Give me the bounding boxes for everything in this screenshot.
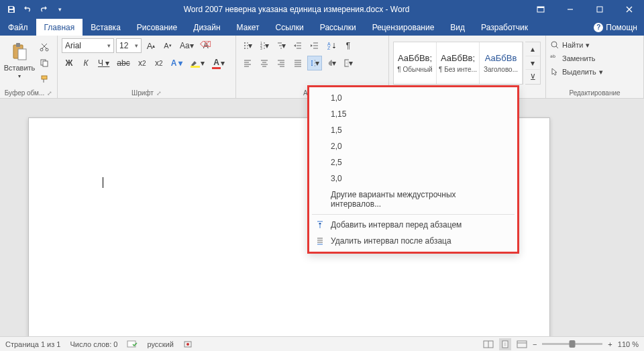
styles-scroll-up-icon[interactable]: ▴ xyxy=(525,42,540,56)
svg-text:3: 3 xyxy=(260,46,262,50)
line-spacing-1-0[interactable]: 1,0 xyxy=(309,90,517,106)
align-right-icon[interactable] xyxy=(274,56,288,70)
view-print-icon[interactable] xyxy=(499,338,511,350)
view-web-icon[interactable] xyxy=(517,340,527,349)
help-tell-me[interactable]: ? Помощн xyxy=(594,19,644,36)
select-button[interactable]: Выделить ▾ xyxy=(550,65,639,79)
tab-layout[interactable]: Макет xyxy=(229,19,268,36)
clipboard-launcher-icon[interactable]: ⤢ xyxy=(47,90,52,97)
close-icon[interactable] xyxy=(614,0,644,19)
multilevel-list-icon[interactable]: ▾ xyxy=(274,38,288,53)
tab-draw[interactable]: Рисование xyxy=(129,19,185,36)
add-space-before[interactable]: Добавить интервал перед абзацем xyxy=(309,217,517,233)
tab-view[interactable]: Вид xyxy=(442,19,473,36)
remove-space-after[interactable]: Удалить интервал после абзаца xyxy=(309,233,517,249)
superscript-icon[interactable]: x2 xyxy=(152,56,166,70)
svg-text:Z: Z xyxy=(327,46,331,50)
zoom-slider[interactable] xyxy=(542,343,602,345)
tab-insert[interactable]: Вставка xyxy=(83,19,129,36)
line-spacing-2-0[interactable]: 2,0 xyxy=(309,138,517,154)
underline-icon[interactable]: Ч ▾ xyxy=(95,56,112,70)
svg-rect-5 xyxy=(18,49,26,60)
status-page[interactable]: Страница 1 из 1 xyxy=(5,340,60,348)
zoom-in-icon[interactable]: + xyxy=(608,340,612,348)
style-heading[interactable]: АаБбВв Заголово... xyxy=(480,42,523,84)
line-spacing-more[interactable]: Другие варианты междустрочных интервалов… xyxy=(309,187,517,212)
italic-icon[interactable]: К xyxy=(78,56,93,70)
line-spacing-1-15[interactable]: 1,15 xyxy=(309,106,517,122)
paste-button[interactable]: Вставить ▾ xyxy=(4,38,35,83)
increase-indent-icon[interactable] xyxy=(307,38,322,53)
tab-home[interactable]: Главная xyxy=(36,19,83,36)
find-button[interactable]: Найти ▾ xyxy=(550,38,639,52)
qat-dropdown-icon[interactable]: ▾ xyxy=(52,2,67,17)
numbering-icon[interactable]: 123▾ xyxy=(257,38,272,53)
styles-gallery[interactable]: АаБбВв; ¶ Обычный АаБбВв; ¶ Без инте... … xyxy=(393,42,523,85)
clear-formatting-icon[interactable]: A⌫ xyxy=(199,38,213,53)
cut-icon[interactable] xyxy=(37,40,52,54)
help-label: Помощн xyxy=(606,23,637,32)
status-word-count[interactable]: Число слов: 0 xyxy=(70,340,117,348)
decrease-indent-icon[interactable] xyxy=(290,38,305,53)
zoom-level[interactable]: 110 % xyxy=(618,340,639,348)
format-painter-icon[interactable] xyxy=(37,72,52,87)
sort-icon[interactable]: AZ xyxy=(324,38,339,53)
align-center-icon[interactable] xyxy=(257,56,272,70)
show-marks-icon[interactable]: ¶ xyxy=(341,38,356,53)
style-normal[interactable]: АаБбВв; ¶ Обычный xyxy=(394,42,437,84)
svg-point-13 xyxy=(244,45,246,46)
shrink-font-icon[interactable]: A▾ xyxy=(160,38,175,53)
change-case-icon[interactable]: Aa▾ xyxy=(177,38,197,53)
redo-icon[interactable] xyxy=(36,2,51,17)
svg-rect-11 xyxy=(191,66,200,68)
tab-references[interactable]: Ссылки xyxy=(268,19,312,36)
font-color-icon[interactable]: A ▾ xyxy=(209,56,227,70)
justify-icon[interactable] xyxy=(290,56,305,70)
font-launcher-icon[interactable]: ⤢ xyxy=(156,90,162,97)
styles-more-icon[interactable]: ⊻ xyxy=(525,70,540,84)
subscript-icon[interactable]: x2 xyxy=(135,56,150,70)
replace-button[interactable]: ᵃᵇЗаменить xyxy=(550,52,639,65)
status-spellcheck-icon[interactable] xyxy=(127,340,138,349)
bold-icon[interactable]: Ж xyxy=(62,56,76,70)
tab-review[interactable]: Рецензирование xyxy=(364,19,443,36)
svg-rect-1 xyxy=(537,7,544,8)
status-language[interactable]: русский xyxy=(147,340,173,348)
undo-icon[interactable] xyxy=(20,2,35,17)
grow-font-icon[interactable]: A▴ xyxy=(144,38,158,53)
tab-mailings[interactable]: Рассылки xyxy=(312,19,364,36)
svg-rect-10 xyxy=(42,76,47,79)
highlight-icon[interactable]: ▾ xyxy=(187,56,207,70)
line-spacing-3-0[interactable]: 3,0 xyxy=(309,170,517,187)
svg-rect-9 xyxy=(43,61,48,66)
minimize-icon[interactable] xyxy=(555,0,585,19)
maximize-icon[interactable] xyxy=(585,0,614,19)
group-clipboard-label: Буфер обм...⤢ xyxy=(4,88,53,97)
font-name-select[interactable]: Arial xyxy=(62,38,114,53)
svg-rect-4 xyxy=(16,43,20,47)
svg-point-14 xyxy=(244,48,246,49)
shading-icon[interactable]: ▾ xyxy=(324,56,339,70)
view-read-icon[interactable] xyxy=(483,340,494,349)
status-macro-icon[interactable] xyxy=(183,340,193,349)
borders-icon[interactable]: ▾ xyxy=(341,56,356,70)
styles-scroll-down-icon[interactable]: ▾ xyxy=(525,56,540,70)
copy-icon[interactable] xyxy=(37,56,52,70)
line-spacing-1-5[interactable]: 1,5 xyxy=(309,122,517,138)
save-icon[interactable] xyxy=(4,2,19,17)
line-spacing-2-5[interactable]: 2,5 xyxy=(309,154,517,170)
quick-access-toolbar: ▾ xyxy=(0,2,67,17)
tab-developer[interactable]: Разработчик xyxy=(473,19,536,36)
line-spacing-icon[interactable]: ▾ xyxy=(307,56,322,70)
paste-label: Вставить xyxy=(4,64,36,72)
tab-file[interactable]: Файл xyxy=(0,19,36,36)
text-effects-icon[interactable]: A ▾ xyxy=(168,56,186,70)
style-no-spacing[interactable]: АаБбВв; ¶ Без инте... xyxy=(437,42,480,84)
font-size-select[interactable]: 12 xyxy=(116,38,142,53)
tab-design[interactable]: Дизайн xyxy=(185,19,228,36)
strikethrough-icon[interactable]: abc xyxy=(114,56,132,70)
align-left-icon[interactable] xyxy=(240,56,255,70)
zoom-out-icon[interactable]: − xyxy=(533,340,537,348)
bullets-icon[interactable]: ▾ xyxy=(240,38,255,53)
ribbon-display-icon[interactable] xyxy=(526,0,555,19)
